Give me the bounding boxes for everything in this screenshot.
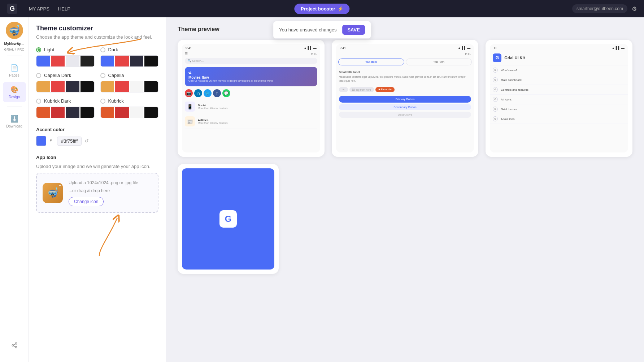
sidebar-divider: [7, 56, 22, 56]
phone-status-bar-3: TL ▲ ▌▌ ▬: [490, 44, 628, 51]
theme-radio-capella: [100, 73, 105, 78]
swatch-block: [144, 81, 158, 92]
theme-label-capella: Capella: [108, 73, 124, 78]
phone3-item-4: ⊙ All icons: [490, 95, 628, 104]
card1-sub: More than 40 new controls: [198, 107, 228, 109]
app-icon-upload-zone[interactable]: 🤿 Upload a 1024x1024 .png or .jpg file .…: [36, 173, 158, 213]
phone3-dot-2: ⊙: [493, 77, 498, 82]
sidebar-divider-2: [7, 107, 22, 107]
share-button[interactable]: [8, 339, 21, 352]
theme-option-capella-dark[interactable]: Capella Dark: [36, 73, 95, 92]
theme-radio-dark: [100, 47, 105, 52]
sidebar-item-design[interactable]: 🎨 Design: [3, 82, 26, 102]
theme-label-kubrick-dark: Kubrick Dark: [44, 98, 71, 104]
theme-label-light: Light: [44, 47, 54, 52]
change-icon-button[interactable]: Change icon: [69, 197, 104, 206]
phone-screen-4: G: [182, 168, 274, 270]
upload-hint-1: Upload a 1024x1024 .png or .jpg file: [69, 179, 138, 187]
accent-dropdown-icon[interactable]: ▼: [49, 138, 54, 143]
phone2-time: 9:41: [340, 46, 346, 50]
panel-title: Theme customizer: [36, 25, 158, 32]
phone2-tab-2: Tab Item: [406, 59, 472, 65]
swatch-block: [130, 56, 144, 66]
swatch-block: [101, 81, 114, 92]
phone3-title: Grial UI Kit: [504, 56, 525, 60]
swatch-block: [130, 107, 144, 118]
swatch-block: [101, 107, 114, 118]
phone1-card-social: 📱 Social More than 40 new controls: [185, 99, 317, 114]
panel-subtitle: Choose the app theme and customize the l…: [36, 34, 158, 40]
project-booster-center: Project booster ⚡: [294, 4, 349, 14]
swatch-block: [36, 81, 50, 92]
preview-phone-3: TL ▲ ▌▌ ▬ G Grial UI Kit ⊙ What's new? ⊙…: [486, 40, 632, 157]
app-icon-preview: 🤿: [43, 183, 63, 203]
phone2-body: Malesuada pharetra eget ut pulvinar est …: [336, 75, 474, 86]
swatch-block: [101, 56, 114, 66]
theme-radio-kubrick: [100, 99, 105, 104]
nav-logo: G: [7, 4, 17, 14]
theme-swatch-kubrick-dark: [36, 107, 95, 118]
swatch-block: [51, 81, 65, 92]
sidebar-item-download[interactable]: ⬇️ Download: [3, 111, 26, 132]
lightning-icon: ⚡: [338, 6, 343, 12]
social-icon-wa: 💬: [222, 89, 230, 97]
phone3-item-1: ⊙ What's new?: [490, 65, 628, 75]
project-booster-button[interactable]: Project booster ⚡: [294, 4, 349, 14]
save-button[interactable]: SAVE: [342, 25, 365, 35]
phone3-item-5: ⊙ Grial themes: [490, 104, 628, 114]
primary-button: Primary Button: [339, 96, 471, 103]
accent-hex-value: #3f75ffff: [57, 137, 82, 146]
theme-label-dark: Dark: [108, 47, 118, 52]
right-panel: Theme preview 9:41 ▲ ▌▌ ▬ ☰ RTL 🔍 Se: [166, 17, 644, 362]
small-title-label: Small title label: [336, 70, 474, 75]
pages-icon: 📄: [10, 64, 18, 72]
phone1-icons: ▲ ▌▌ ▬: [304, 46, 317, 50]
phone3-item-6: ⊙ About Grial: [490, 114, 628, 124]
accent-color-swatch[interactable]: [36, 136, 46, 146]
tag1: tag: [339, 87, 348, 92]
phone1-hero-sub: Grial UI Kit added 20 new movies to deli…: [188, 79, 314, 82]
download-label: Download: [6, 124, 22, 128]
social-icon-ig: 📷: [185, 89, 193, 97]
sidebar-item-pages[interactable]: 📄 Pages: [3, 60, 26, 81]
settings-icon[interactable]: ⚙: [632, 5, 637, 12]
project-booster-label: Project booster: [301, 6, 335, 12]
theme-options-grid: Light Dark: [36, 47, 158, 118]
destructive-button: Destructive: [339, 112, 471, 118]
theme-label-kubrick: Kubrick: [108, 98, 124, 104]
theme-option-light[interactable]: Light: [36, 47, 95, 67]
phone3-dot-3: ⊙: [493, 87, 498, 92]
phone3-g-icon: G: [493, 53, 501, 62]
swatch-block: [80, 107, 94, 118]
app-icon-sub: Upload your image and we will generate y…: [36, 164, 158, 169]
theme-option-capella[interactable]: Capella: [100, 73, 159, 92]
phone1-hero: 📽 Movies flow Grial UI Kit added 20 new …: [185, 67, 317, 86]
phone3-label-6: About Grial: [501, 117, 515, 121]
swatch-block: [115, 81, 129, 92]
swatch-block: [115, 56, 129, 66]
phone1-search: 🔍 Search...: [185, 58, 317, 64]
topnav: G MY APPS HELP Project booster ⚡ smarthe…: [0, 0, 644, 17]
theme-swatch-dark: [100, 55, 159, 67]
phone3-label-3: Controls and features: [501, 88, 528, 91]
unsaved-text: You have unsaved changes: [279, 27, 336, 33]
phone3-item-2: ⊙ Main dashboard: [490, 75, 628, 85]
swatch-block: [66, 81, 79, 92]
phone-status-bar-2: 9:41 ▲ ▌▌ ▬: [336, 44, 474, 51]
swatch-block: [66, 107, 79, 118]
app-icon-avatar: 🤿: [6, 22, 23, 39]
swatch-block: [144, 56, 158, 66]
theme-option-kubrick-dark[interactable]: Kubrick Dark: [36, 98, 95, 118]
theme-option-dark[interactable]: Dark: [100, 47, 159, 67]
card1-title: Social: [198, 104, 228, 107]
app-sub: GRIAL 4 PRO: [4, 48, 24, 51]
theme-radio-light: [36, 47, 41, 52]
theme-option-kubrick[interactable]: Kubrick: [100, 98, 159, 118]
email-display: smarther@outbeen.com: [572, 4, 627, 13]
preview-right-spacer: [286, 164, 632, 274]
refresh-icon[interactable]: ↺: [84, 138, 89, 144]
my-apps-link[interactable]: MY APPS: [29, 6, 49, 12]
help-link[interactable]: HELP: [58, 6, 70, 12]
phone1-time: 9:41: [186, 46, 192, 50]
social-icon-tw: 🐦: [204, 89, 212, 97]
